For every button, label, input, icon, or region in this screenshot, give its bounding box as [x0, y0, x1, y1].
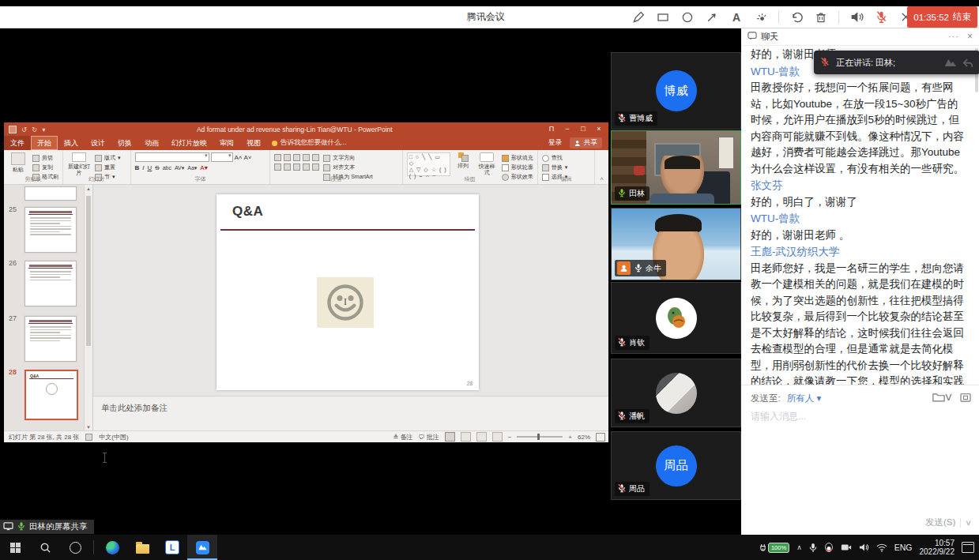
accessibility-icon[interactable]: [85, 434, 92, 441]
ppt-quick-access-toolbar[interactable]: ↺ ↻ ▾: [9, 126, 46, 133]
text-shadow-button[interactable]: abc: [163, 165, 171, 171]
line-spacing-icon[interactable]: [312, 154, 319, 161]
increase-indent-icon[interactable]: [303, 154, 310, 161]
chat-message-list[interactable]: 好的，谢谢田老师WTU-曾款田教授你好，我想问一个拓展问题，有些网站，比如You…: [751, 47, 968, 385]
cut-button[interactable]: 剪切: [32, 154, 58, 162]
tray-wifi-icon[interactable]: [876, 543, 887, 552]
participant-tile[interactable]: 周品周品: [611, 431, 741, 500]
laser-tool-icon[interactable]: [754, 10, 768, 24]
screenshot-icon[interactable]: [960, 391, 971, 405]
message-input[interactable]: 请输入消息...: [751, 410, 806, 423]
arrange-button[interactable]: 排列: [454, 152, 472, 176]
numbering-icon[interactable]: [284, 154, 291, 161]
ellipse-tool-icon[interactable]: [680, 10, 695, 24]
maximize-icon[interactable]: □: [575, 122, 591, 136]
justify-icon[interactable]: [303, 163, 310, 171]
chat-message-sender[interactable]: WTU-曾款: [751, 211, 968, 227]
slideshow-view-icon[interactable]: [492, 432, 503, 442]
slide-title[interactable]: Q&A: [232, 204, 263, 220]
ppt-tab-8[interactable]: 视图: [240, 136, 267, 150]
copy-button[interactable]: 复制: [32, 163, 58, 171]
send-to-selector[interactable]: 所有人 ▾: [787, 393, 821, 404]
decrease-indent-icon[interactable]: [293, 154, 300, 161]
paste-button[interactable]: 粘贴: [8, 152, 28, 176]
chat-message-sender[interactable]: 张文芬: [751, 178, 968, 194]
mic-muted-tool-icon[interactable]: [874, 10, 888, 24]
participant-tile[interactable]: 博威曹博威: [611, 52, 741, 130]
fit-to-window-icon[interactable]: [596, 433, 605, 442]
zoom-slider[interactable]: [517, 436, 563, 438]
ppt-tab-1[interactable]: 开始: [31, 136, 58, 150]
participant-tile[interactable]: 田林: [611, 130, 741, 205]
send-options-icon[interactable]: ˅: [966, 518, 971, 528]
ppt-tab-7[interactable]: 审阅: [213, 136, 240, 150]
slide-thumbnail-25[interactable]: [24, 207, 77, 253]
layout-button[interactable]: 版式▾: [95, 154, 121, 162]
input-language[interactable]: ENG: [894, 543, 913, 552]
quick-styles-button[interactable]: 快速样式: [476, 152, 498, 176]
font-name-select[interactable]: [135, 152, 209, 162]
speaker-tool-icon[interactable]: [849, 10, 864, 24]
tray-expand-icon[interactable]: ∧: [796, 543, 802, 551]
participant-tile[interactable]: 余牛: [611, 208, 741, 280]
chat-message-sender[interactable]: 王彪-武汉纺织大学: [751, 244, 968, 261]
find-button[interactable]: 查找: [542, 154, 568, 162]
language-indicator[interactable]: 中文(中国): [99, 433, 128, 442]
end-meeting-button[interactable]: 01:35:52 结束: [907, 6, 977, 28]
taskbar-security-app[interactable]: L: [157, 535, 187, 560]
reading-view-icon[interactable]: [476, 432, 487, 442]
bold-button[interactable]: B: [135, 164, 140, 171]
zoom-level[interactable]: 62%: [578, 434, 590, 441]
font-color-button[interactable]: A▾: [200, 164, 207, 171]
columns-icon[interactable]: [312, 163, 319, 171]
taskbar-edge[interactable]: [97, 535, 127, 560]
align-text-button[interactable]: 对齐文本: [323, 163, 373, 171]
battery-indicator[interactable]: 100%: [759, 543, 789, 553]
slide-thumbnail-partial[interactable]: [24, 186, 77, 201]
zoom-in-icon[interactable]: +: [568, 434, 572, 441]
search-button[interactable]: [30, 535, 60, 560]
taskbar-tencent-meeting[interactable]: [187, 535, 217, 560]
slide-sorter-view-icon[interactable]: [461, 432, 471, 442]
notes-toggle[interactable]: ≜ 备注: [393, 433, 412, 442]
notes-placeholder[interactable]: 单击此处添加备注: [101, 403, 168, 414]
minimize-icon[interactable]: −: [559, 122, 575, 136]
start-button[interactable]: [0, 535, 30, 560]
change-case-button[interactable]: Aa▾: [187, 165, 197, 171]
slide-thumbnail-26[interactable]: [24, 261, 77, 306]
redo-icon[interactable]: ↻: [32, 126, 37, 133]
action-center-icon[interactable]: [962, 542, 974, 553]
participant-tile[interactable]: 肖钦: [611, 282, 741, 354]
slide-canvas[interactable]: Q&A I 28: [217, 194, 479, 390]
char-spacing-button[interactable]: AV▾: [175, 165, 184, 171]
taskbar-clock[interactable]: 10:57 2022/9/22: [920, 539, 955, 556]
shapes-gallery[interactable]: □ ○ ╲ ╲ ▭ ◇△ ▽ ◇ ☆ ( )( ) ⌣ ⌢ ~: [407, 152, 450, 176]
shape-fill-button[interactable]: 形状填充: [502, 154, 533, 162]
comments-toggle[interactable]: 🗩 批注: [418, 433, 439, 442]
slide-thumbnail-28[interactable]: Q&A: [24, 370, 78, 420]
new-slide-button[interactable]: 新建幻灯片: [67, 152, 91, 176]
tray-volume-icon[interactable]: [859, 543, 869, 552]
arrow-tool-icon[interactable]: [705, 10, 719, 24]
save-icon[interactable]: [9, 126, 17, 133]
tray-qq-icon[interactable]: [824, 543, 834, 553]
trash-tool-icon[interactable]: [814, 10, 828, 24]
chat-close-icon[interactable]: ×: [967, 31, 973, 42]
underline-button[interactable]: U: [148, 164, 152, 171]
bullets-icon[interactable]: [274, 154, 281, 161]
close-icon[interactable]: ×: [591, 122, 607, 136]
thumbnail-scrollbar[interactable]: ▲ ▼: [84, 185, 92, 431]
notes-pane[interactable]: 单击此处添加备注: [93, 396, 608, 431]
collapse-ribbon-icon[interactable]: ˄: [595, 175, 608, 184]
ppt-tab-5[interactable]: 动画: [138, 136, 165, 150]
ppt-tab-file[interactable]: 文件: [4, 136, 31, 150]
chat-more-icon[interactable]: ···: [948, 32, 959, 40]
file-attach-icon[interactable]: ˅: [932, 391, 952, 405]
undo-tool-icon[interactable]: [789, 10, 804, 24]
cortana-button[interactable]: [60, 535, 90, 560]
taskbar-file-explorer[interactable]: [127, 535, 157, 560]
shape-outline-button[interactable]: 形状轮廓: [502, 163, 533, 171]
replace-button[interactable]: 替换▾: [542, 163, 568, 171]
ppt-tab-2[interactable]: 插入: [58, 136, 85, 150]
ppt-titlebar[interactable]: ↺ ↻ ▾ Ad format under ad revenue sharing…: [4, 122, 608, 136]
